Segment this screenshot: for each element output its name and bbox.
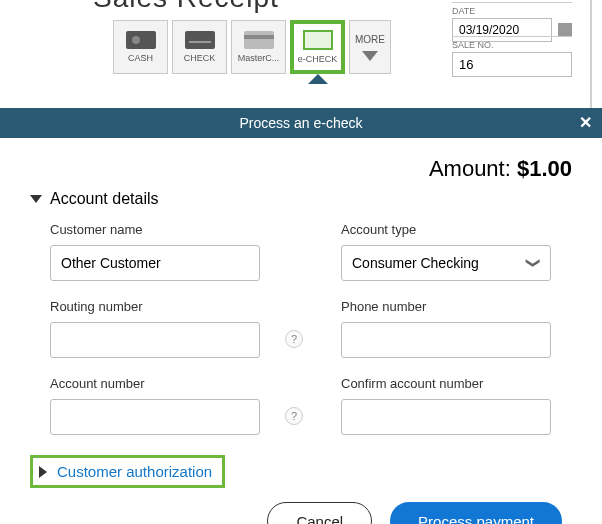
customer-authorization-label: Customer authorization	[57, 463, 212, 480]
confirm-input[interactable]	[341, 399, 551, 435]
receipt-header: Sales Receipt CASH CHECK MasterC... e-CH…	[18, 0, 592, 108]
pay-cash-label: CASH	[128, 53, 153, 63]
chevron-down-icon	[362, 51, 378, 61]
date-label: DATE	[452, 2, 572, 16]
process-payment-button[interactable]: Process payment	[390, 502, 562, 524]
cancel-button[interactable]: Cancel	[267, 502, 372, 524]
routing-label: Routing number	[50, 299, 281, 314]
cancel-label: Cancel	[296, 513, 343, 525]
pay-cash-button[interactable]: CASH	[113, 20, 168, 74]
account-num-label: Account number	[50, 376, 281, 391]
customer-name-label: Customer name	[50, 222, 281, 237]
payment-method-group: CASH CHECK MasterC... e-CHECK MORE	[113, 20, 391, 74]
help-icon[interactable]: ?	[285, 330, 303, 348]
customer-name-input[interactable]	[50, 245, 260, 281]
check-icon	[185, 31, 215, 49]
phone-label: Phone number	[341, 299, 572, 314]
amount-row: Amount: $1.00	[30, 156, 572, 182]
pay-check-label: CHECK	[184, 53, 216, 63]
account-type-label: Account type	[341, 222, 572, 237]
close-icon[interactable]: ✕	[579, 113, 592, 132]
more-label: MORE	[355, 34, 385, 45]
chevron-right-icon	[39, 466, 47, 478]
account-form: Customer name Account type Consumer Chec…	[50, 222, 572, 435]
pay-mc-label: MasterC...	[238, 53, 280, 63]
pay-check-button[interactable]: CHECK	[172, 20, 227, 74]
modal-header: Process an e-check ✕	[0, 108, 602, 138]
routing-input[interactable]	[50, 322, 260, 358]
modal-body: Amount: $1.00 Account details Customer n…	[0, 138, 602, 524]
amount-label: Amount:	[429, 156, 517, 181]
button-row: Cancel Process payment	[30, 502, 572, 524]
modal-title: Process an e-check	[240, 115, 363, 131]
sale-no-area: SALE NO.	[452, 36, 572, 77]
confirm-label: Confirm account number	[341, 376, 572, 391]
account-type-select[interactable]: Consumer Checking ❯	[341, 245, 551, 281]
pay-mastercard-button[interactable]: MasterC...	[231, 20, 286, 74]
calendar-icon[interactable]	[558, 23, 572, 37]
more-button[interactable]: MORE	[349, 20, 391, 74]
help-icon[interactable]: ?	[285, 407, 303, 425]
amount-value: $1.00	[517, 156, 572, 181]
phone-input[interactable]	[341, 322, 551, 358]
account-details-toggle[interactable]: Account details	[30, 190, 572, 208]
account-details-label: Account details	[50, 190, 159, 208]
echeck-icon	[303, 30, 333, 50]
pay-echeck-button[interactable]: e-CHECK	[290, 20, 345, 74]
sale-no-label: SALE NO.	[452, 36, 572, 50]
chevron-down-icon	[30, 195, 42, 203]
process-label: Process payment	[418, 513, 534, 525]
chevron-down-icon: ❯	[526, 257, 542, 269]
account-type-value: Consumer Checking	[352, 255, 479, 271]
customer-authorization-toggle[interactable]: Customer authorization	[30, 455, 225, 488]
pay-echeck-label: e-CHECK	[298, 54, 338, 64]
account-num-input[interactable]	[50, 399, 260, 435]
page-title: Sales Receipt	[93, 0, 279, 14]
sale-no-input[interactable]	[452, 52, 572, 77]
card-icon	[244, 31, 274, 49]
cash-icon	[126, 31, 156, 49]
